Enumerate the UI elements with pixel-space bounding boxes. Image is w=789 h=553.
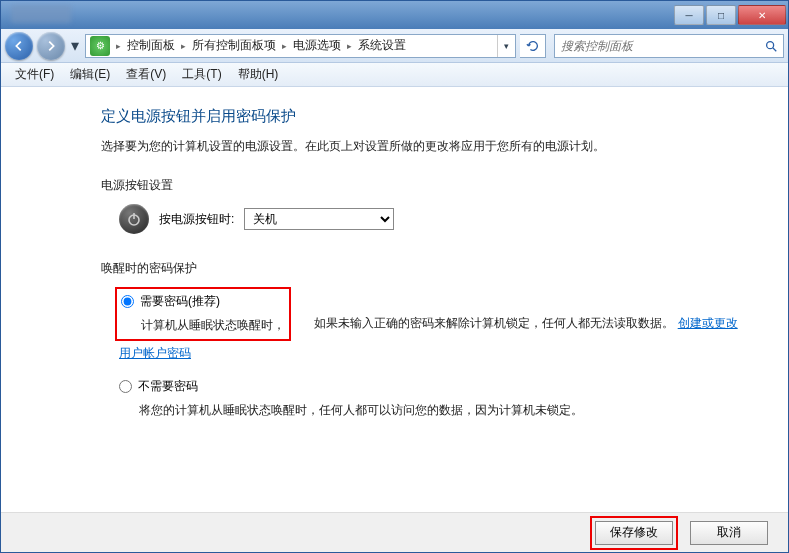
- highlight-box: 需要密码(推荐) 计算机从睡眠状态唤醒时，: [115, 287, 291, 341]
- arrow-left-icon: [12, 39, 26, 53]
- breadcrumb-item[interactable]: 电源选项: [289, 37, 345, 54]
- power-button-section-label: 电源按钮设置: [101, 177, 748, 194]
- require-password-option: 需要密码(推荐) 计算机从睡眠状态唤醒时， 如果未输入正确的密码来解除计算机锁定…: [119, 287, 748, 362]
- arrow-right-icon: [44, 39, 58, 53]
- save-button[interactable]: 保存修改: [595, 521, 673, 545]
- address-dropdown[interactable]: ▾: [497, 35, 515, 57]
- cancel-button[interactable]: 取消: [690, 521, 768, 545]
- forward-button[interactable]: [37, 32, 65, 60]
- page-subtitle: 选择要为您的计算机设置的电源设置。在此页上对设置所做的更改将应用于您所有的电源计…: [101, 138, 748, 155]
- search-box[interactable]: [554, 34, 784, 58]
- power-button-row: 按电源按钮时: 关机: [119, 204, 748, 234]
- menu-help[interactable]: 帮助(H): [230, 64, 287, 85]
- page-title: 定义电源按钮并启用密码保护: [101, 107, 748, 126]
- no-password-desc: 将您的计算机从睡眠状态唤醒时，任何人都可以访问您的数据，因为计算机未锁定。: [139, 401, 748, 420]
- chevron-right-icon: ▸: [114, 41, 123, 51]
- power-button-select[interactable]: 关机: [244, 208, 394, 230]
- menu-edit[interactable]: 编辑(E): [62, 64, 118, 85]
- svg-point-0: [767, 41, 774, 48]
- require-password-radio[interactable]: [121, 295, 134, 308]
- require-password-desc-b: 如果未输入正确的密码来解除计算机锁定，任何人都无法读取数据。: [314, 316, 674, 330]
- title-blur: [11, 5, 71, 23]
- nav-history-dropdown[interactable]: ▾: [69, 32, 81, 60]
- menubar: 文件(F) 编辑(E) 查看(V) 工具(T) 帮助(H): [1, 63, 788, 87]
- require-password-label: 需要密码(推荐): [140, 293, 220, 310]
- breadcrumb-item[interactable]: 所有控制面板项: [188, 37, 280, 54]
- navbar: ▾ ⚙ ▸ 控制面板 ▸ 所有控制面板项 ▸ 电源选项 ▸ 系统设置 ▾: [1, 29, 788, 63]
- minimize-button[interactable]: ─: [674, 5, 704, 25]
- menu-file[interactable]: 文件(F): [7, 64, 62, 85]
- highlight-box: 保存修改: [590, 516, 678, 550]
- refresh-icon: [526, 39, 540, 53]
- menu-view[interactable]: 查看(V): [118, 64, 174, 85]
- address-bar[interactable]: ⚙ ▸ 控制面板 ▸ 所有控制面板项 ▸ 电源选项 ▸ 系统设置 ▾: [85, 34, 516, 58]
- content-area: 定义电源按钮并启用密码保护 选择要为您的计算机设置的电源设置。在此页上对设置所做…: [1, 87, 788, 512]
- chevron-right-icon: ▸: [179, 41, 188, 51]
- chevron-right-icon: ▸: [280, 41, 289, 51]
- control-panel-window: ─ □ ✕ ▾ ⚙ ▸ 控制面板 ▸ 所有控制面板项 ▸ 电源选项 ▸ 系统设置…: [0, 0, 789, 553]
- back-button[interactable]: [5, 32, 33, 60]
- password-section-label: 唤醒时的密码保护: [101, 260, 748, 277]
- no-password-label: 不需要密码: [138, 378, 198, 395]
- no-password-radio[interactable]: [119, 380, 132, 393]
- control-panel-icon: ⚙: [90, 36, 110, 56]
- maximize-button[interactable]: □: [706, 5, 736, 25]
- close-button[interactable]: ✕: [738, 5, 786, 25]
- titlebar: ─ □ ✕: [1, 1, 788, 29]
- footer: 保存修改 取消: [1, 512, 788, 552]
- menu-tools[interactable]: 工具(T): [174, 64, 229, 85]
- power-button-label: 按电源按钮时:: [159, 211, 234, 228]
- require-password-desc-a: 计算机从睡眠状态唤醒时，: [141, 318, 285, 332]
- no-password-option: 不需要密码 将您的计算机从睡眠状态唤醒时，任何人都可以访问您的数据，因为计算机未…: [119, 378, 748, 420]
- power-icon: [119, 204, 149, 234]
- refresh-button[interactable]: [520, 34, 546, 58]
- breadcrumb-item[interactable]: 控制面板: [123, 37, 179, 54]
- search-input[interactable]: [555, 39, 759, 53]
- search-icon[interactable]: [759, 39, 783, 53]
- breadcrumb-item[interactable]: 系统设置: [354, 37, 410, 54]
- chevron-right-icon: ▸: [345, 41, 354, 51]
